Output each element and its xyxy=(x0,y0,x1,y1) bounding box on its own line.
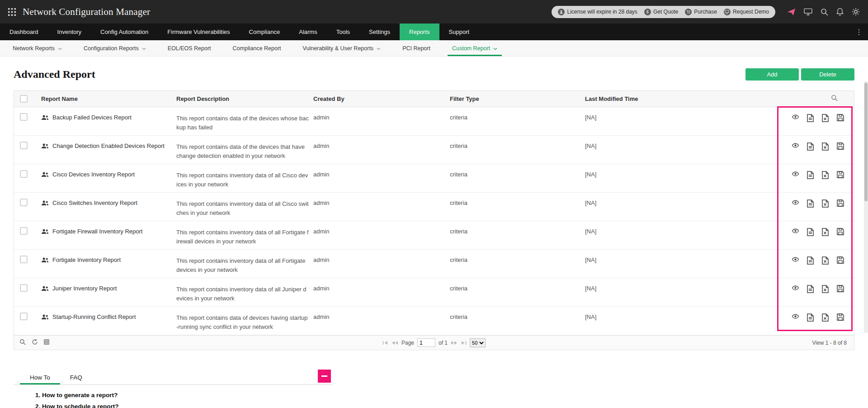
settings-gear-icon[interactable] xyxy=(852,8,860,16)
nav-item[interactable]: Tools xyxy=(327,24,359,40)
nav-item[interactable]: Reports xyxy=(400,24,439,40)
column-filter-type[interactable]: Filter Type xyxy=(450,95,585,102)
nav-item[interactable]: Settings xyxy=(359,24,400,40)
get-quote-button[interactable]: $ Get Quote xyxy=(644,9,678,15)
report-name[interactable]: Fortigate Firewall Inventory Report xyxy=(52,228,142,235)
add-button[interactable]: Add xyxy=(745,68,799,81)
report-name[interactable]: Backup Failed Devices Report xyxy=(52,114,132,121)
report-name[interactable]: Change Detection Enabled Devices Report xyxy=(52,142,165,149)
export-pdf-icon[interactable] xyxy=(807,256,814,265)
refresh-icon[interactable] xyxy=(32,339,38,346)
export-xls-icon[interactable] xyxy=(821,114,829,122)
export-csv-icon[interactable] xyxy=(836,285,844,293)
row-checkbox[interactable] xyxy=(20,142,28,149)
export-xls-icon[interactable] xyxy=(821,199,829,208)
export-csv-icon[interactable] xyxy=(836,171,844,179)
more-options-icon[interactable]: ⋮ xyxy=(850,24,868,40)
help-question-link[interactable]: 1. How to generate a report? xyxy=(35,391,854,399)
send-feedback-icon[interactable] xyxy=(787,8,796,16)
row-checkbox[interactable] xyxy=(20,284,28,292)
notifications-bell-icon[interactable] xyxy=(836,8,844,16)
subnav-item[interactable]: Custom Report xyxy=(441,40,508,56)
export-csv-icon[interactable] xyxy=(836,256,844,265)
export-pdf-icon[interactable] xyxy=(807,313,814,322)
export-pdf-icon[interactable] xyxy=(807,228,814,236)
report-name[interactable]: Cisco Devices Inventory Report xyxy=(52,171,135,178)
table-search-icon[interactable] xyxy=(831,95,838,103)
nav-item[interactable]: Inventory xyxy=(48,24,91,40)
help-tab[interactable]: How To xyxy=(20,370,60,384)
export-xls-icon[interactable] xyxy=(821,142,829,151)
row-checkbox[interactable] xyxy=(20,113,28,121)
page-number-input[interactable] xyxy=(417,338,435,347)
report-name[interactable]: Startup-Running Conflict Report xyxy=(52,313,136,320)
view-report-icon[interactable] xyxy=(792,142,799,151)
nav-item[interactable]: Dashboard xyxy=(0,24,48,40)
column-created-by[interactable]: Created By xyxy=(313,95,450,102)
help-tab[interactable]: FAQ xyxy=(60,370,92,384)
report-name[interactable]: Cisco Switches Inventory Report xyxy=(52,199,137,206)
select-all-checkbox[interactable] xyxy=(20,95,28,103)
delete-button[interactable]: Delete xyxy=(801,68,854,81)
subnav-item[interactable]: Configuration Reports xyxy=(73,40,157,56)
help-question-link[interactable]: 2. How to schedule a report? xyxy=(35,403,854,408)
view-report-icon[interactable] xyxy=(792,285,799,293)
export-xls-icon[interactable] xyxy=(821,228,829,236)
column-chooser-icon[interactable] xyxy=(44,339,49,346)
row-checkbox[interactable] xyxy=(20,199,28,206)
export-xls-icon[interactable] xyxy=(821,256,829,265)
column-report-description[interactable]: Report Description xyxy=(176,95,313,102)
export-xls-icon[interactable] xyxy=(821,313,829,322)
export-pdf-icon[interactable] xyxy=(807,171,814,179)
export-pdf-icon[interactable] xyxy=(807,199,814,208)
row-checkbox[interactable] xyxy=(20,227,28,235)
subnav-item[interactable]: EOL/EOS Report xyxy=(157,40,222,56)
collapse-help-button[interactable] xyxy=(318,370,331,383)
nav-item[interactable]: Alarms xyxy=(289,24,326,40)
export-csv-icon[interactable] xyxy=(836,313,844,322)
report-name[interactable]: Juniper Inventory Report xyxy=(52,285,117,292)
export-pdf-icon[interactable] xyxy=(807,142,814,151)
export-xls-icon[interactable] xyxy=(821,171,829,179)
export-csv-icon[interactable] xyxy=(836,142,844,151)
apps-grid-icon[interactable] xyxy=(8,8,16,16)
view-report-icon[interactable] xyxy=(792,171,799,179)
next-page-icon[interactable] xyxy=(451,341,458,345)
search-icon[interactable] xyxy=(821,8,828,16)
report-name[interactable]: Fortigate Inventory Report xyxy=(52,256,121,263)
export-csv-icon[interactable] xyxy=(836,114,844,122)
export-pdf-icon[interactable] xyxy=(807,114,814,122)
first-page-icon[interactable] xyxy=(382,341,388,345)
purchase-button[interactable]: Purchase xyxy=(685,9,717,15)
column-report-name[interactable]: Report Name xyxy=(41,95,176,102)
export-csv-icon[interactable] xyxy=(836,228,844,236)
row-checkbox[interactable] xyxy=(20,170,28,178)
subnav-item[interactable]: Compliance Report xyxy=(222,40,292,56)
view-report-icon[interactable] xyxy=(792,199,799,208)
view-report-icon[interactable] xyxy=(792,313,799,322)
nav-item[interactable]: Support xyxy=(439,24,479,40)
subnav-item[interactable]: Network Reports xyxy=(2,40,73,56)
demo-screen-icon[interactable] xyxy=(804,8,812,15)
nav-item[interactable]: Config Automation xyxy=(91,24,158,40)
export-csv-icon[interactable] xyxy=(836,199,844,208)
nav-item[interactable]: Firmware Vulnerabilities xyxy=(158,24,239,40)
nav-item[interactable]: Compliance xyxy=(240,24,290,40)
view-report-icon[interactable] xyxy=(792,228,799,236)
request-demo-button[interactable]: Request Demo xyxy=(724,9,769,15)
table-footer-search-icon[interactable] xyxy=(19,339,26,346)
chevron-down-icon xyxy=(377,45,381,52)
subnav-item[interactable]: Vulnerability & User Reports xyxy=(292,40,392,56)
scrollbar-thumb[interactable] xyxy=(864,83,868,201)
column-last-modified[interactable]: Last Modified Time xyxy=(585,95,777,102)
subnav-item[interactable]: PCI Report xyxy=(392,40,441,56)
export-xls-icon[interactable] xyxy=(821,285,829,293)
view-report-icon[interactable] xyxy=(792,256,799,265)
export-pdf-icon[interactable] xyxy=(807,285,814,293)
view-report-icon[interactable] xyxy=(792,114,799,122)
row-checkbox[interactable] xyxy=(20,313,28,320)
prev-page-icon[interactable] xyxy=(392,341,398,345)
page-size-select[interactable]: 50 xyxy=(470,338,486,347)
last-page-icon[interactable] xyxy=(461,341,467,345)
row-checkbox[interactable] xyxy=(20,256,28,263)
